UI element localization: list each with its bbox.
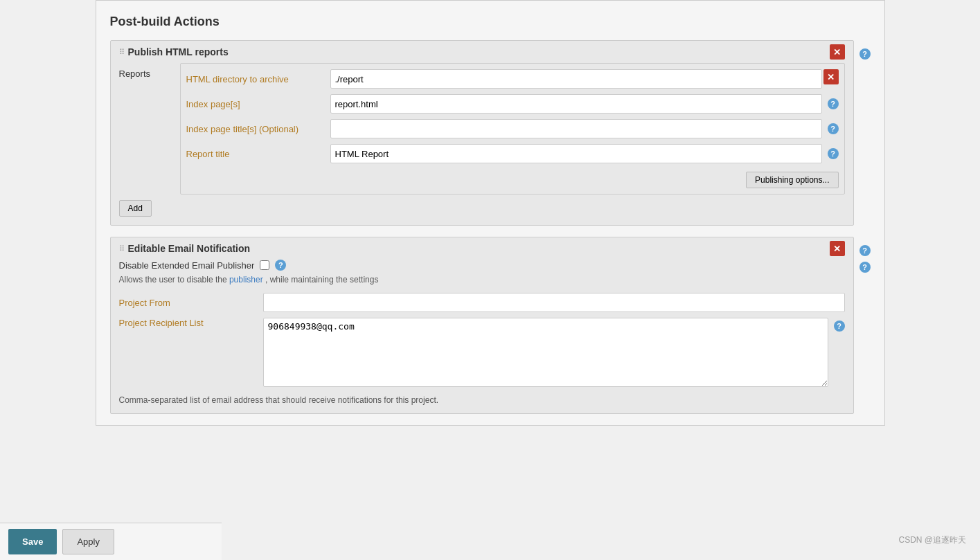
watermark: CSDN @追逐昨天 (898, 534, 966, 546)
index-page-title-input[interactable] (330, 119, 822, 138)
reports-row: Reports ✕ HTML directory to archive ? (119, 63, 845, 195)
report-title-input[interactable] (330, 144, 822, 163)
project-from-input[interactable] (263, 293, 845, 312)
apply-button[interactable]: Apply (62, 529, 114, 554)
publish-html-body: Reports ✕ HTML directory to archive ? (111, 63, 853, 225)
project-from-label: Project From (119, 298, 258, 308)
comma-text: Comma-separated list of email address th… (119, 395, 828, 405)
reports-label: Reports (119, 63, 175, 79)
publisher-highlight: publisher (229, 275, 263, 284)
email-notification-help-column: ? ? (859, 237, 871, 273)
recipient-input-container: Project Recipient List 906849938@qq.com … (119, 318, 828, 405)
page-wrapper: Post-build Actions ⠿ Publish HTML report… (0, 0, 980, 560)
publish-html-section-help-icon[interactable]: ? (859, 48, 871, 60)
publishing-options-button[interactable]: Publishing options... (746, 172, 838, 188)
email-notification-body: Disable Extended Email Publisher ? Allow… (111, 260, 853, 413)
index-pages-label: Index page[s] (186, 99, 325, 109)
report-title-row: Report title ? (186, 144, 839, 163)
report-title-help-icon[interactable]: ? (828, 148, 839, 159)
email-notification-close-button[interactable]: ✕ (830, 241, 845, 256)
reports-inner-panel: ✕ HTML directory to archive ? (180, 63, 845, 195)
index-pages-input[interactable] (330, 94, 822, 114)
allows-text: Allows the user to disable the publisher… (119, 275, 845, 284)
report-title-label: Report title (186, 149, 325, 159)
email-section-help-icon[interactable]: ? (859, 245, 871, 256)
email-notification-panel: ⠿ Editable Email Notification ✕ Disable … (110, 237, 854, 414)
index-pages-help-icon[interactable]: ? (828, 98, 839, 109)
index-page-title-label: Index page title[s] (Optional) (186, 124, 325, 134)
project-from-row: Project From (119, 293, 845, 312)
close-icon: ✕ (833, 244, 841, 254)
project-recipient-row: Project Recipient List 906849938@qq.com … (119, 318, 845, 405)
clearfix: Publishing options... (186, 169, 839, 188)
publish-html-section: ⠿ Publish HTML reports ✕ Reports ✕ (110, 40, 871, 237)
disable-row: Disable Extended Email Publisher ? (119, 260, 845, 271)
close-icon: ✕ (833, 47, 841, 57)
publish-html-card: ⠿ Publish HTML reports ✕ Reports ✕ (110, 40, 854, 237)
email-notification-card: ⠿ Editable Email Notification ✕ Disable … (110, 237, 854, 425)
disable-checkbox[interactable] (260, 260, 269, 270)
project-recipient-textarea[interactable]: 906849938@qq.com (263, 318, 828, 387)
index-page-title-help-icon[interactable]: ? (828, 123, 839, 134)
disable-help-icon[interactable]: ? (275, 260, 286, 271)
email-notification-header: ⠿ Editable Email Notification ✕ (111, 237, 853, 260)
add-button[interactable]: Add (119, 200, 152, 217)
publish-html-help-column: ? (859, 40, 871, 60)
publish-html-panel: ⠿ Publish HTML reports ✕ Reports ✕ (110, 40, 854, 226)
main-content: Post-build Actions ⠿ Publish HTML report… (96, 0, 885, 426)
email-notification-title: Editable Email Notification (128, 243, 251, 254)
index-page-title-row: Index page title[s] (Optional) ? (186, 119, 839, 138)
drag-handle-email: ⠿ (119, 244, 124, 253)
publish-html-close-button[interactable]: ✕ (830, 44, 845, 60)
email-section-help-icon-2[interactable]: ? (859, 262, 871, 273)
html-directory-input[interactable] (330, 69, 822, 89)
disable-label: Disable Extended Email Publisher (119, 260, 255, 271)
recipient-help-icon[interactable]: ? (834, 320, 845, 332)
publish-html-header: ⠿ Publish HTML reports ✕ (111, 41, 853, 63)
index-pages-row: Index page[s] ? (186, 94, 839, 114)
drag-handle: ⠿ (119, 48, 124, 57)
publish-html-title: Publish HTML reports (128, 46, 229, 57)
html-directory-label: HTML directory to archive (186, 74, 325, 84)
page-title: Post-build Actions (110, 15, 871, 29)
close-icon: ✕ (827, 72, 835, 82)
project-recipient-label: Project Recipient List (119, 318, 258, 328)
html-directory-row: HTML directory to archive ? (186, 69, 839, 89)
save-button[interactable]: Save (8, 529, 57, 554)
bottom-bar: Save Apply (0, 523, 222, 560)
email-notification-section: ⠿ Editable Email Notification ✕ Disable … (110, 237, 871, 425)
reports-close-button[interactable]: ✕ (823, 69, 839, 84)
recipient-label-row: Project Recipient List 906849938@qq.com (119, 318, 828, 387)
